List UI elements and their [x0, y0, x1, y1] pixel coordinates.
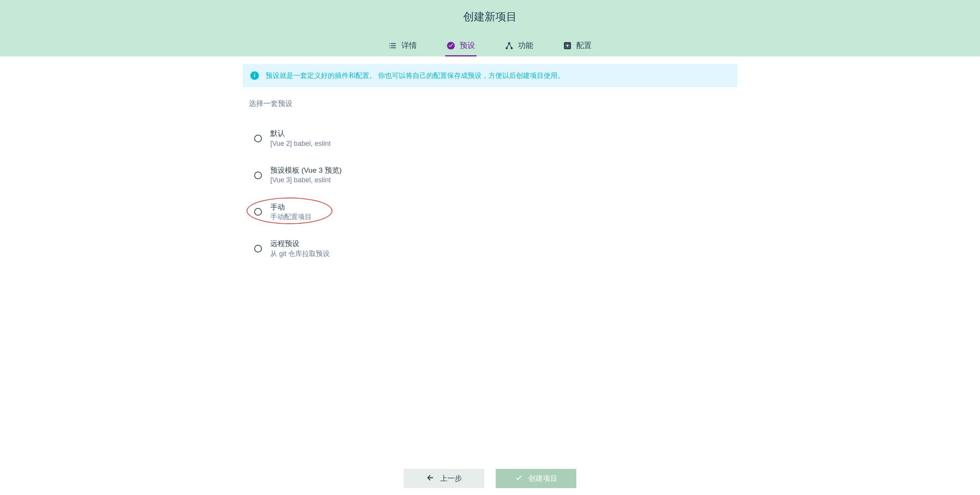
info-text: 预设就是一套定义好的插件和配置。 你也可以将自己的配置保存成预设，方便以后创建项…: [266, 71, 564, 80]
info-icon: i: [250, 71, 259, 80]
preset-title: 默认: [270, 129, 331, 139]
preset-subtitle: [Vue 3] babel, eslint: [270, 175, 342, 185]
radio-icon: [254, 172, 262, 179]
preset-subtitle: 从 git 仓库拉取预设: [270, 249, 330, 259]
tab-details[interactable]: 详情: [387, 36, 418, 56]
preset-title: 手动: [270, 202, 312, 213]
tab-label: 预设: [460, 40, 475, 51]
share-icon: [505, 41, 513, 50]
check-circle-icon: [447, 41, 455, 50]
preset-subtitle: [Vue 2] babel, eslint: [270, 139, 331, 148]
presets-list: 默认 [Vue 2] babel, eslint 预设模板 (Vue 3 预览)…: [243, 120, 737, 267]
radio-icon: [254, 208, 262, 216]
preset-item-default[interactable]: 默认 [Vue 2] babel, eslint: [250, 120, 737, 157]
preset-title: 预设模板 (Vue 3 预览): [270, 165, 342, 176]
radio-icon: [254, 245, 262, 252]
list-icon: [388, 41, 397, 50]
tab-features[interactable]: 功能: [503, 36, 535, 56]
preset-title: 远程预设: [270, 239, 330, 249]
svg-point-5: [566, 45, 569, 47]
preset-item-remote[interactable]: 远程预设 从 git 仓库拉取预设: [250, 230, 737, 267]
preset-item-vue3[interactable]: 预设模板 (Vue 3 预览) [Vue 3] babel, eslint: [250, 157, 737, 194]
tab-label: 配置: [576, 40, 592, 51]
tab-label: 功能: [518, 40, 533, 51]
content: i 预设就是一套定义好的插件和配置。 你也可以将自己的配置保存成预设，方便以后创…: [239, 56, 741, 275]
tabs: 详情 预设 功能 配置: [0, 36, 980, 56]
tab-config[interactable]: 配置: [562, 36, 593, 56]
info-box: i 预设就是一套定义好的插件和配置。 你也可以将自己的配置保存成预设，方便以后创…: [243, 64, 737, 87]
tab-presets[interactable]: 预设: [445, 36, 477, 56]
preset-item-manual[interactable]: 手动 手动配置项目: [250, 194, 737, 231]
preset-subtitle: 手动配置项目: [270, 212, 312, 222]
section-label: 选择一套预设: [249, 99, 737, 109]
page-title: 创建新项目: [0, 10, 980, 24]
settings-app-icon: [563, 41, 572, 50]
radio-icon: [254, 135, 262, 142]
header: 创建新项目 详情 预设 功能 配置: [0, 0, 980, 56]
tab-label: 详情: [401, 40, 417, 51]
